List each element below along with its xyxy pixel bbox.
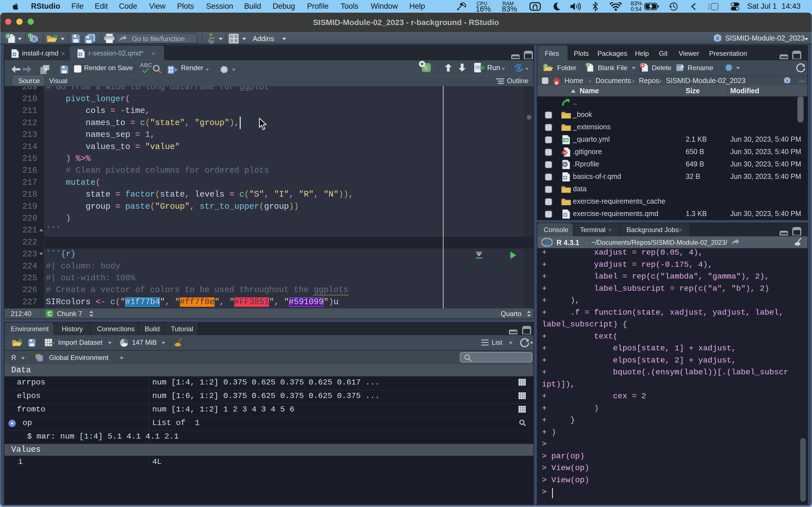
svg-text:G: G (210, 40, 213, 44)
svg-text:R: R (33, 37, 36, 42)
svg-text:R: R (716, 36, 719, 41)
